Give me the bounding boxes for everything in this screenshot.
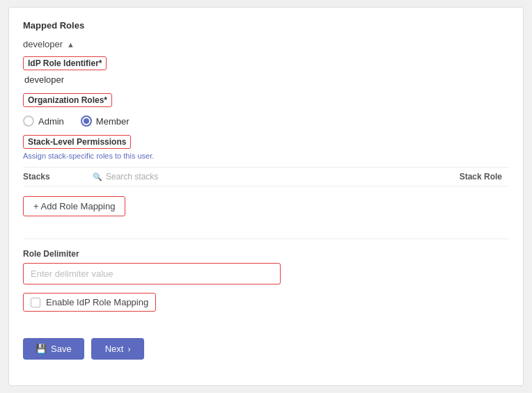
role-delimiter-label: Role Delimiter — [23, 249, 509, 259]
radio-admin[interactable]: Admin — [23, 115, 64, 127]
developer-label: developer — [23, 39, 63, 49]
radio-member[interactable]: Member — [81, 115, 130, 127]
role-delimiter-section: Role Delimiter — [23, 249, 509, 284]
enable-idp-checkbox[interactable] — [31, 298, 40, 307]
organization-roles-label: Organization Roles* — [23, 93, 112, 107]
next-label: Next — [105, 344, 124, 354]
buttons-row: 💾 Save Next › — [23, 338, 509, 360]
save-button[interactable]: 💾 Save — [23, 338, 84, 360]
idp-role-identifier-value: developer — [23, 74, 509, 85]
org-roles-options: Admin Member — [23, 115, 509, 127]
radio-admin-circle — [23, 115, 34, 127]
radio-member-circle — [81, 115, 92, 127]
save-icon: 💾 — [36, 344, 47, 354]
stacks-row: Stacks 🔍 Search stacks Stack Role — [23, 167, 509, 186]
chevron-up-icon[interactable]: ▲ — [67, 40, 75, 49]
main-card: Mapped Roles developer ▲ IdP Role Identi… — [8, 7, 524, 386]
radio-member-label: Member — [96, 116, 130, 127]
search-icon: 🔍 — [93, 173, 102, 182]
idp-role-identifier-label: IdP Role Identifier* — [23, 56, 107, 70]
stack-permissions-label: Stack-Level Permissions — [23, 135, 131, 149]
enable-idp-label: Enable IdP Role Mapping — [46, 297, 148, 307]
next-button[interactable]: Next › — [91, 338, 145, 360]
stacks-column-header: Stacks — [23, 172, 93, 182]
page-title: Mapped Roles — [23, 20, 509, 31]
idp-role-identifier-group: IdP Role Identifier* developer — [23, 56, 509, 85]
stack-permissions-group: Stack-Level Permissions Assign stack-spe… — [23, 135, 509, 186]
enable-idp-row[interactable]: Enable IdP Role Mapping — [23, 293, 156, 312]
radio-admin-label: Admin — [38, 116, 64, 127]
stack-role-column-header: Stack Role — [460, 172, 509, 182]
enable-idp-wrapper: Enable IdP Role Mapping — [23, 293, 509, 326]
divider — [23, 239, 509, 239]
delimiter-input[interactable] — [23, 263, 281, 284]
organization-roles-group: Organization Roles* Admin Member — [23, 93, 509, 127]
search-stacks-placeholder: Search stacks — [106, 172, 158, 182]
developer-section-header: developer ▲ — [23, 39, 509, 49]
add-role-mapping-button[interactable]: + Add Role Mapping — [23, 196, 125, 216]
radio-member-inner — [84, 118, 89, 124]
search-stacks-field[interactable]: 🔍 Search stacks — [93, 172, 460, 182]
chevron-right-icon: › — [127, 344, 130, 354]
assign-note: Assign stack-specific roles to this user… — [23, 152, 509, 160]
save-label: Save — [51, 344, 72, 354]
